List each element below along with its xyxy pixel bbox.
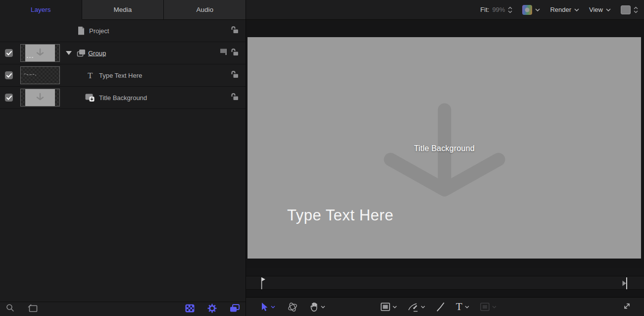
filter-icon[interactable] <box>28 304 38 315</box>
viewer-area: Fit: 99% Render View <box>246 0 644 316</box>
end-marker-icon[interactable] <box>622 277 628 291</box>
transform-3d-tool[interactable] <box>287 302 298 312</box>
canvas-tools-bar: T <box>246 297 644 316</box>
lock-open-icon[interactable] <box>230 26 239 36</box>
expand-view-icon[interactable] <box>623 302 631 312</box>
rectangle-icon <box>381 303 390 311</box>
text-tool-icon: T <box>456 302 462 312</box>
media-visibility-checkbox[interactable] <box>5 94 13 102</box>
document-icon <box>78 27 85 35</box>
disclosure-triangle[interactable] <box>66 51 72 55</box>
chevron-down-icon <box>321 306 325 309</box>
render-label: Render <box>550 6 571 13</box>
chevron-down-icon <box>574 8 579 11</box>
mini-timeline[interactable] <box>246 276 644 290</box>
zoom-control[interactable]: Fit: 99% <box>480 6 512 13</box>
group-mode-flag-icon[interactable] <box>220 48 228 58</box>
layers-stack-icon[interactable] <box>230 304 240 315</box>
tab-media[interactable]: Media <box>82 0 164 20</box>
display-swatch-icon <box>621 5 631 14</box>
lock-open-icon[interactable] <box>230 48 239 58</box>
tab-layers[interactable]: Layers <box>0 0 82 20</box>
timeline-gap <box>246 290 644 297</box>
canvas-type-text-here[interactable]: Type Text Here <box>287 207 394 224</box>
render-dropdown[interactable]: Render <box>550 6 579 13</box>
group-icon <box>77 49 86 57</box>
chevron-down-icon <box>606 8 611 11</box>
canvas[interactable]: Title Background Type Text Here <box>248 37 641 259</box>
layer-row-project[interactable]: Project <box>0 20 246 42</box>
select-arrow-icon <box>261 303 268 312</box>
hand-icon <box>310 302 318 312</box>
layer-row-title-background[interactable]: Title Background <box>0 87 246 109</box>
checkerboard-icon[interactable] <box>185 304 195 315</box>
playhead-marker-icon[interactable] <box>260 277 266 292</box>
chevron-down-icon <box>465 306 469 309</box>
layer-row-group[interactable]: Group <box>0 42 246 64</box>
color-channels-icon <box>522 5 532 15</box>
timeline-gap <box>246 268 644 276</box>
select-tool[interactable] <box>261 303 275 312</box>
gear-icon[interactable] <box>207 304 217 315</box>
tab-audio[interactable]: Audio <box>164 0 246 20</box>
display-selector[interactable] <box>621 5 638 14</box>
rectangle-tool[interactable] <box>381 303 397 311</box>
layers-list: Project Group <box>0 20 246 109</box>
motion-app-window: Layers Media Audio Project <box>0 0 644 316</box>
text-tool[interactable]: T <box>456 302 469 312</box>
canvas-title-background-label[interactable]: Title Background <box>248 144 641 153</box>
layers-panel: Layers Media Audio Project <box>0 0 246 316</box>
layers-panel-footer <box>0 302 246 316</box>
thumbnail-arrow-glyph <box>35 48 46 58</box>
lock-open-icon[interactable] <box>230 70 239 80</box>
layers-list-empty-area <box>0 109 246 302</box>
group-thumbnail[interactable] <box>20 44 60 62</box>
orbit-icon <box>287 302 298 312</box>
stepper-icon[interactable] <box>508 6 512 13</box>
media-layer-label[interactable]: Title Background <box>99 94 147 102</box>
panel-tabbar: Layers Media Audio <box>0 0 246 20</box>
media-thumbnail[interactable] <box>20 89 60 106</box>
chevron-down-icon <box>393 306 397 309</box>
bezier-tool[interactable] <box>408 302 425 312</box>
chevron-down-icon <box>492 306 496 309</box>
chevron-down-icon <box>271 306 275 309</box>
thumbnail-arrow-glyph <box>35 93 46 103</box>
project-label: Project <box>89 27 109 35</box>
text-layer-label[interactable]: Type Text Here <box>99 72 142 79</box>
text-layer-icon: T <box>88 71 93 80</box>
pen-icon <box>408 302 418 312</box>
fit-label: Fit: <box>480 6 489 13</box>
chevron-down-icon <box>421 306 425 309</box>
viewer-toolbar: Fit: 99% Render View <box>246 0 644 20</box>
view-label: View <box>589 6 603 13</box>
mask-tool-disabled <box>480 303 496 311</box>
media-layer-icon <box>85 93 95 102</box>
text-thumbnail[interactable] <box>20 66 60 84</box>
color-channels-control[interactable] <box>522 5 540 15</box>
brush-icon <box>436 302 445 312</box>
paint-stroke-tool[interactable] <box>436 302 445 312</box>
zoom-value[interactable]: 99% <box>492 6 505 13</box>
text-visibility-checkbox[interactable] <box>5 71 13 79</box>
group-label[interactable]: Group <box>88 50 106 57</box>
search-icon[interactable] <box>6 304 15 315</box>
layer-row-type-text-here[interactable]: T Type Text Here <box>0 64 246 87</box>
lock-open-icon[interactable] <box>230 93 239 103</box>
mask-rectangle-icon <box>480 303 490 311</box>
viewer-viewport: Title Background Type Text Here <box>246 20 644 268</box>
group-visibility-checkbox[interactable] <box>5 49 13 57</box>
stepper-icon <box>634 6 638 13</box>
pan-tool[interactable] <box>310 302 325 312</box>
chevron-down-icon <box>535 8 540 11</box>
view-dropdown[interactable]: View <box>589 6 611 13</box>
